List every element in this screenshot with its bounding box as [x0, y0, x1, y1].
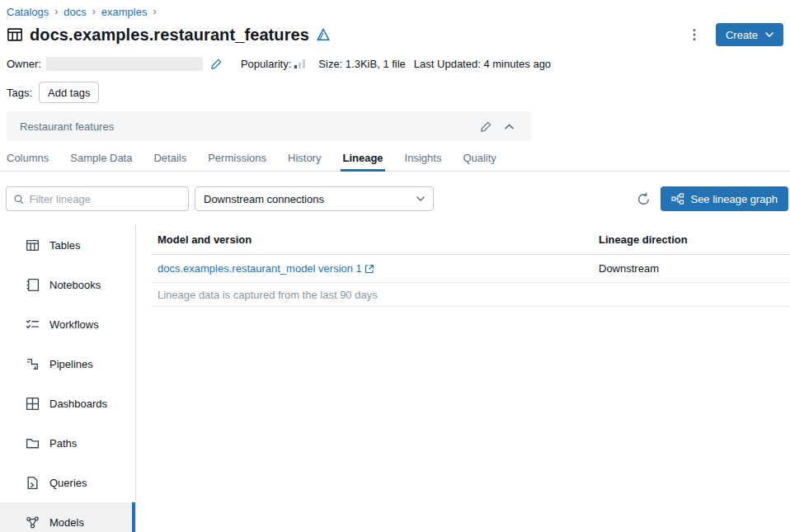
- tags-label: Tags:: [7, 87, 32, 99]
- breadcrumb-separator: ›: [92, 6, 96, 17]
- comment-text: Restaurant features: [20, 120, 474, 133]
- tab-columns[interactable]: Columns: [7, 152, 49, 171]
- folder-icon: [25, 436, 40, 450]
- chevron-down-icon: [765, 32, 774, 37]
- sidebar-item-workflows[interactable]: Workflows: [0, 304, 135, 344]
- pipelines-icon: [25, 357, 40, 371]
- refresh-icon[interactable]: [631, 186, 656, 211]
- sidebar-item-tables[interactable]: Tables: [0, 225, 135, 265]
- breadcrumb-docs[interactable]: docs: [63, 6, 86, 18]
- sidebar-item-label: Notebooks: [49, 279, 101, 291]
- catalog-explorer-page: Catalogs › docs › examples › docs.exampl…: [0, 0, 790, 532]
- table-header-row: Model and version Lineage direction: [151, 225, 790, 255]
- add-tags-button[interactable]: Add tags: [39, 82, 99, 103]
- edit-comment-icon[interactable]: [474, 116, 497, 136]
- tab-permissions[interactable]: Permissions: [208, 152, 266, 171]
- overflow-menu-icon[interactable]: [684, 25, 704, 45]
- notebook-icon: [25, 278, 40, 292]
- lineage-footnote: Lineage data is captured from the last 9…: [151, 283, 790, 307]
- column-header-direction: Lineage direction: [599, 233, 688, 246]
- breadcrumb: Catalogs › docs › examples ›: [7, 5, 783, 18]
- title-row: docs.examples.restaurant_features Create: [7, 22, 783, 47]
- breadcrumb-catalogs[interactable]: Catalogs: [7, 6, 49, 18]
- external-link-icon: [364, 264, 374, 274]
- connection-filter-select[interactable]: Downstream connections: [195, 186, 434, 211]
- tab-details[interactable]: Details: [153, 152, 186, 171]
- dashboards-icon: [25, 397, 40, 411]
- create-button[interactable]: Create: [716, 23, 783, 46]
- breadcrumb-separator: ›: [54, 6, 58, 17]
- create-button-label: Create: [726, 29, 758, 41]
- sidebar-item-queries[interactable]: Queries: [0, 463, 135, 502]
- header: Catalogs › docs › examples › docs.exampl…: [0, 0, 790, 141]
- sidebar-item-paths[interactable]: Paths: [0, 423, 135, 463]
- tags-row: Tags: Add tags: [7, 82, 783, 103]
- filter-lineage-field[interactable]: [6, 186, 189, 211]
- sidebar-item-label: Queries: [49, 477, 87, 489]
- model-link-label: docs.examples.restaurant_model version 1: [158, 262, 362, 275]
- see-lineage-graph-label: See lineage graph: [690, 193, 778, 205]
- table-row: docs.examples.restaurant_model version 1…: [151, 255, 790, 283]
- lineage-sidebar: Tables Notebooks Workflo: [0, 225, 136, 532]
- last-updated-label: Last Updated:: [414, 58, 481, 70]
- lineage-content: Tables Notebooks Workflo: [0, 225, 790, 532]
- table-icon: [25, 238, 40, 252]
- breadcrumb-examples[interactable]: examples: [101, 6, 148, 18]
- collapse-comment-icon[interactable]: [497, 116, 520, 136]
- model-graph-icon: [25, 516, 40, 530]
- comment-box: Restaurant features: [7, 111, 532, 141]
- sidebar-item-label: Dashboards: [49, 398, 107, 410]
- last-updated-value: 4 minutes ago: [483, 58, 551, 70]
- edit-owner-icon[interactable]: [210, 58, 223, 70]
- sidebar-item-label: Paths: [49, 437, 77, 450]
- sidebar-item-label: Tables: [49, 239, 81, 252]
- lineage-graph-icon: [671, 193, 684, 205]
- page-title: docs.examples.restaurant_features: [30, 26, 309, 45]
- table-icon: [7, 26, 23, 43]
- filter-lineage-input[interactable]: [30, 193, 181, 205]
- owner-value-redacted: [46, 57, 203, 71]
- sidebar-item-label: Models: [49, 516, 84, 529]
- selected-indicator: [132, 502, 135, 532]
- owner-label: Owner:: [7, 58, 41, 70]
- column-header-model: Model and version: [158, 233, 252, 246]
- tab-history[interactable]: History: [288, 152, 321, 171]
- tab-insights[interactable]: Insights: [405, 152, 442, 171]
- tab-sample-data[interactable]: Sample Data: [70, 152, 132, 171]
- popularity-label: Popularity:: [241, 58, 291, 70]
- lineage-direction-value: Downstream: [599, 262, 659, 275]
- sidebar-item-notebooks[interactable]: Notebooks: [0, 265, 135, 304]
- sidebar-item-dashboards[interactable]: Dashboards: [0, 384, 135, 423]
- search-icon: [13, 193, 25, 205]
- lineage-toolbar: Downstream connections See lineage graph: [0, 186, 790, 211]
- sidebar-item-pipelines[interactable]: Pipelines: [0, 344, 135, 384]
- sidebar-item-label: Pipelines: [49, 358, 93, 370]
- see-lineage-graph-button[interactable]: See lineage graph: [661, 186, 788, 211]
- lineage-table: Model and version Lineage direction docs…: [136, 225, 790, 532]
- size-value: 1.3KiB, 1 file: [346, 58, 406, 70]
- tab-bar: Columns Sample Data Details Permissions …: [0, 152, 790, 172]
- delta-format-icon: [316, 27, 331, 42]
- workflows-icon: [25, 318, 40, 332]
- chevron-down-icon: [416, 196, 425, 201]
- tab-quality[interactable]: Quality: [463, 152, 496, 171]
- size-label: Size:: [318, 58, 342, 70]
- sidebar-item-models[interactable]: Models: [0, 502, 135, 532]
- query-file-icon: [25, 476, 40, 490]
- connection-filter-value: Downstream connections: [204, 193, 324, 205]
- model-version-link[interactable]: docs.examples.restaurant_model version 1: [158, 262, 374, 275]
- sidebar-item-label: Workflows: [49, 318, 99, 331]
- breadcrumb-separator: ›: [153, 6, 156, 17]
- meta-row: Owner: Popularity: Size: 1.3KiB, 1 file: [7, 56, 783, 71]
- popularity-bars-icon: [294, 59, 305, 68]
- tab-lineage[interactable]: Lineage: [342, 152, 383, 171]
